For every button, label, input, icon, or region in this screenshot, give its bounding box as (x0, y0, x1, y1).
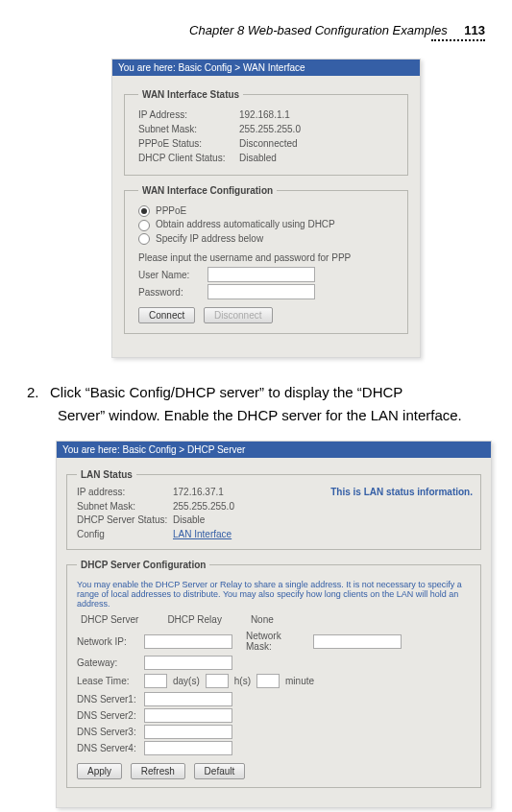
password-input[interactable] (207, 284, 315, 299)
dns4-label: DNS Server4: (77, 743, 138, 753)
ip-label: IP Address: (138, 107, 239, 122)
pppoe-value: Disconnected (239, 136, 298, 151)
header-dots (431, 39, 485, 41)
radio-dhcp-server[interactable]: DHCP Server (77, 614, 138, 625)
dns4-input[interactable] (144, 741, 232, 755)
chapter-title: Chapter 8 Web-based Configuration Exampl… (189, 23, 448, 37)
default-button[interactable]: Default (194, 763, 246, 779)
dns1-input[interactable] (144, 692, 232, 706)
config-link-label: Config (77, 528, 173, 542)
step-text-first: Click “Basic Config/DHCP server” to disp… (50, 384, 402, 400)
page-number: 113 (464, 23, 485, 37)
body-paragraph: 2.Click “Basic Config/DHCP server” to di… (27, 381, 485, 427)
lan-ip-value: 172.16.37.1 (173, 486, 288, 500)
ppp-instruction: Please input the username and password f… (138, 252, 398, 263)
network-mask-label: Network Mask: (246, 631, 307, 652)
connect-button[interactable]: Connect (138, 307, 195, 323)
lease-days-unit: day(s) (173, 676, 200, 686)
radio-specify-ip[interactable]: Specify IP address below (138, 233, 398, 245)
wan-config-group: WAN Interface Configuration PPPoE Obtain… (124, 185, 408, 334)
breadcrumb: You are here: Basic Config > WAN Interfa… (112, 60, 420, 76)
lan-mask-value: 255.255.255.0 (173, 500, 288, 514)
network-mask-input[interactable] (313, 634, 402, 649)
dhcp-client-value: Disabled (239, 151, 277, 165)
dns2-input[interactable] (144, 708, 232, 723)
network-ip-input[interactable] (144, 634, 232, 649)
dhcp-config-group: DHCP Server Configuration You may enable… (66, 560, 481, 788)
username-input[interactable] (207, 267, 315, 282)
config-lan-link[interactable]: LAN Interface (173, 528, 232, 542)
wan-status-legend: WAN Interface Status (138, 89, 243, 100)
lan-ip-label: IP address: (77, 486, 173, 500)
lease-hours-input[interactable] (206, 674, 229, 688)
dhcp-help-text: You may enable the DHCP Server or Relay … (77, 580, 473, 609)
refresh-button[interactable]: Refresh (131, 763, 185, 779)
running-header: Chapter 8 Web-based Configuration Exampl… (27, 23, 485, 37)
screenshot-dhcp-server: You are here: Basic Config > DHCP Server… (56, 441, 492, 808)
step-number: 2. (27, 381, 50, 404)
lan-dhcp-label: DHCP Server Status: (77, 513, 173, 528)
apply-button[interactable]: Apply (77, 763, 122, 779)
lan-note: This is LAN status information. (330, 486, 473, 500)
dhcp-client-label: DHCP Client Status: (138, 151, 239, 165)
dns1-label: DNS Server1: (77, 694, 138, 705)
lease-days-input[interactable] (144, 674, 167, 688)
screenshot-wan-interface: You are here: Basic Config > WAN Interfa… (111, 59, 421, 358)
username-label: User Name: (138, 270, 207, 280)
password-label: Password: (138, 287, 207, 298)
lan-status-legend: LAN Status (77, 469, 136, 480)
radio-obtain-dhcp[interactable]: Obtain address automatically using DHCP (138, 219, 398, 230)
dns2-label: DNS Server2: (77, 710, 138, 721)
radio-icon (138, 220, 150, 231)
lan-status-group: LAN Status IP address:172.16.37.1This is… (66, 469, 481, 550)
radio-none[interactable]: None (247, 614, 274, 625)
dhcp-config-legend: DHCP Server Configuration (77, 560, 209, 570)
lan-dhcp-value: Disable (173, 513, 288, 528)
disconnect-button: Disconnect (204, 307, 272, 323)
pppoe-label: PPPoE Status: (138, 136, 239, 151)
lease-label: Lease Time: (77, 676, 138, 686)
dns3-input[interactable] (144, 725, 232, 739)
wan-status-group: WAN Interface Status IP Address:192.168.… (124, 89, 408, 176)
gateway-label: Gateway: (77, 657, 138, 668)
network-ip-label: Network IP: (77, 636, 138, 647)
wan-config-legend: WAN Interface Configuration (138, 185, 277, 196)
lease-min-input[interactable] (256, 674, 280, 688)
radio-icon (138, 233, 150, 245)
ip-value: 192.168.1.1 (239, 107, 290, 122)
lease-hours-unit: h(s) (234, 676, 251, 686)
lan-mask-label: Subnet Mask: (77, 500, 173, 514)
radio-dhcp-relay[interactable]: DHCP Relay (163, 614, 222, 625)
mask-label: Subnet Mask: (138, 122, 239, 136)
gateway-input[interactable] (144, 656, 232, 670)
radio-icon (138, 205, 150, 217)
dns3-label: DNS Server3: (77, 727, 138, 737)
mask-value: 255.255.255.0 (239, 122, 301, 136)
step-text-rest: Server” window. Enable the DHCP server f… (58, 404, 485, 427)
breadcrumb: You are here: Basic Config > DHCP Server (57, 442, 491, 458)
radio-pppoe[interactable]: PPPoE (138, 205, 398, 217)
lease-min-unit: minute (285, 676, 314, 686)
